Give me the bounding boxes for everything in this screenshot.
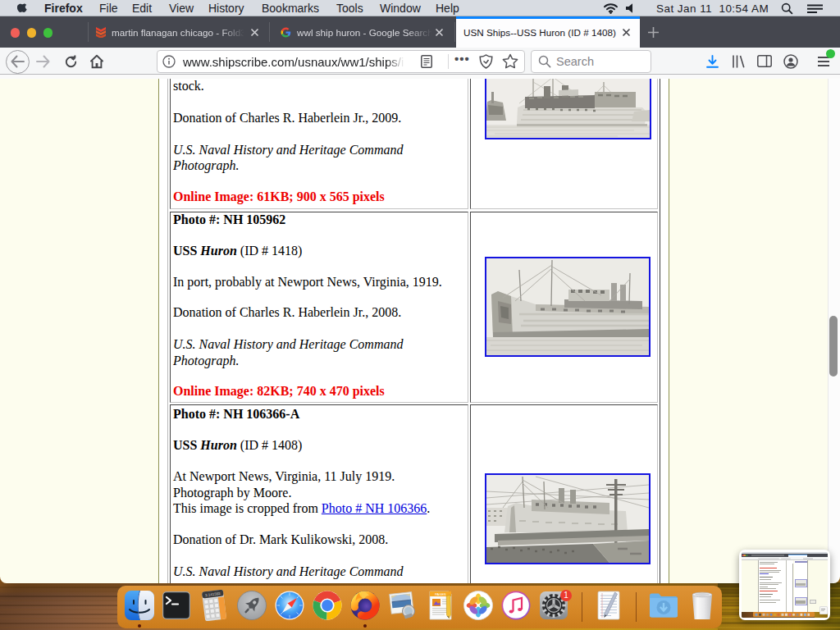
svg-text:PAGES: PAGES [435, 592, 446, 596]
